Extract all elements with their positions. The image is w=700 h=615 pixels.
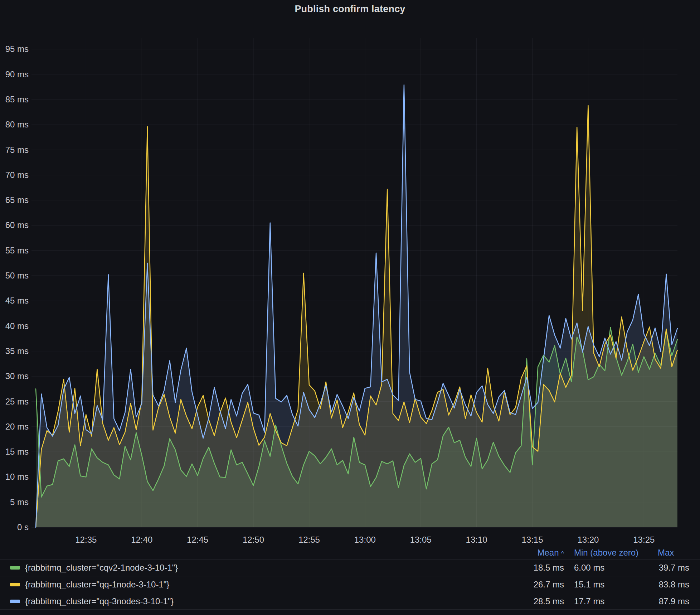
legend-row-cqv2-1node: {rabbitmq_cluster="cqv2-1node-3-10-1"} 1… — [0, 559, 700, 576]
y-axis-tick-label: 0 s — [0, 522, 29, 532]
x-axis-tick-label: 13:20 — [577, 535, 599, 545]
y-axis-tick-label: 95 ms — [0, 44, 29, 54]
series-label[interactable]: {rabbitmq_cluster="cqv2-1node-3-10-1"} — [25, 563, 517, 573]
sort-caret-icon: ^ — [561, 550, 564, 557]
x-axis-tick-label: 13:10 — [466, 535, 487, 545]
series-color-swatch-green — [10, 566, 20, 570]
legend-row-qq-1node: {rabbitmq_cluster="qq-1node-3-10-1"} 26.… — [0, 576, 700, 593]
y-axis-tick-label: 30 ms — [0, 371, 29, 381]
y-axis-tick-label: 60 ms — [0, 220, 29, 230]
grafana-panel: Publish confirm latency 0 s5 ms10 ms15 m… — [0, 0, 700, 615]
series-min-value: 6.00 ms — [564, 563, 650, 573]
y-axis-tick-label: 80 ms — [0, 120, 29, 130]
x-axis-tick-label: 12:40 — [131, 535, 152, 545]
legend-row-qq-3nodes: {rabbitmq_cluster="qq-3nodes-3-10-1"} 28… — [0, 593, 700, 610]
series-min-value: 17.7 ms — [564, 596, 650, 606]
y-axis-tick-label: 55 ms — [0, 246, 29, 256]
y-axis-tick-label: 35 ms — [0, 346, 29, 356]
y-axis-tick-label: 90 ms — [0, 69, 29, 79]
y-axis-tick-label: 10 ms — [0, 472, 29, 482]
y-axis-tick-label: 45 ms — [0, 296, 29, 306]
y-axis-tick-label: 75 ms — [0, 145, 29, 155]
series-max-value: 87.9 ms — [650, 596, 689, 606]
series-label[interactable]: {rabbitmq_cluster="qq-1node-3-10-1"} — [25, 580, 517, 590]
series-mean-value: 26.7 ms — [517, 580, 564, 590]
x-axis-tick-label: 12:50 — [243, 535, 264, 545]
y-axis-tick-label: 40 ms — [0, 321, 29, 331]
x-axis-tick-label: 13:25 — [633, 535, 655, 545]
latency-chart — [0, 0, 700, 615]
y-axis-tick-label: 5 ms — [0, 497, 29, 507]
series-mean-value: 18.5 ms — [517, 563, 564, 573]
series-mean-value: 28.5 ms — [517, 596, 564, 606]
x-axis-tick-label: 12:45 — [187, 535, 208, 545]
series-color-swatch-yellow — [10, 583, 20, 586]
x-axis-tick-label: 12:35 — [75, 535, 97, 545]
legend-header-mean[interactable]: Mean^ — [517, 548, 564, 558]
x-axis-tick-label: 13:15 — [521, 535, 543, 545]
series-label[interactable]: {rabbitmq_cluster="qq-3nodes-3-10-1"} — [25, 596, 517, 606]
y-axis-tick-label: 25 ms — [0, 397, 29, 407]
legend-header-min[interactable]: Min (above zero) — [564, 548, 650, 558]
y-axis-tick-label: 65 ms — [0, 195, 29, 205]
series-min-value: 15.1 ms — [564, 580, 650, 590]
legend-header: Mean^ Min (above zero) Max — [0, 546, 700, 559]
y-axis-tick-label: 50 ms — [0, 271, 29, 281]
series-max-value: 83.8 ms — [650, 580, 689, 590]
y-axis-tick-label: 20 ms — [0, 422, 29, 432]
x-axis-tick-label: 13:05 — [410, 535, 432, 545]
y-axis-tick-label: 15 ms — [0, 447, 29, 457]
series-color-swatch-blue — [10, 600, 20, 603]
legend-header-max[interactable]: Max — [650, 548, 689, 558]
legend-table: Mean^ Min (above zero) Max {rabbitmq_clu… — [0, 546, 700, 610]
y-axis-tick-label: 70 ms — [0, 170, 29, 180]
x-axis-tick-label: 12:55 — [298, 535, 320, 545]
x-axis-tick-label: 13:00 — [354, 535, 376, 545]
y-axis-tick-label: 85 ms — [0, 95, 29, 105]
series-max-value: 39.7 ms — [650, 563, 689, 573]
